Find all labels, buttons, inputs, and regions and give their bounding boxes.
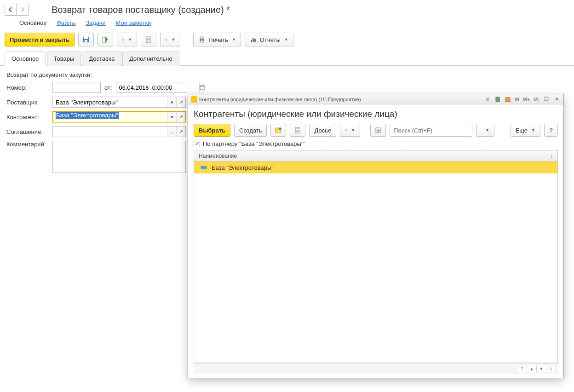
counterparty-dropdown-button[interactable]: ▾ <box>167 112 176 122</box>
close-button[interactable]: ✕ <box>552 96 561 103</box>
dossier-button[interactable]: Досье <box>309 124 336 137</box>
nav-link-main[interactable]: Основное <box>19 19 47 26</box>
list-view-button[interactable] <box>290 124 305 137</box>
help-button[interactable]: ? <box>544 124 558 137</box>
maximize-button[interactable]: ❐ <box>542 96 551 103</box>
scroll-up-button[interactable]: ▲ <box>527 365 537 373</box>
supplier-input[interactable] <box>53 97 167 107</box>
from-label: от: <box>104 84 112 91</box>
agreement-label: Соглашение: <box>6 128 52 135</box>
print-icon[interactable] <box>483 96 492 103</box>
calc-icon[interactable] <box>494 96 502 103</box>
svg-point-26 <box>279 127 281 130</box>
svg-rect-16 <box>253 38 254 42</box>
create-button[interactable]: Создать <box>234 124 267 137</box>
print-button[interactable]: Печать ▼ <box>193 33 241 46</box>
agreement-input[interactable] <box>53 127 167 137</box>
create-label: Создать <box>239 127 262 134</box>
dossier-label: Досье <box>314 127 331 134</box>
reports-button[interactable]: Отчеты ▼ <box>245 33 293 46</box>
svg-rect-2 <box>85 40 87 42</box>
svg-rect-13 <box>201 37 203 39</box>
nav-back-button[interactable] <box>5 4 17 16</box>
mem-mplus-button[interactable]: M+ <box>522 97 531 102</box>
svg-rect-22 <box>496 97 499 102</box>
load-button[interactable] <box>370 124 386 137</box>
svg-rect-15 <box>251 40 252 42</box>
tab-delivery[interactable]: Доставка <box>82 52 121 66</box>
svg-rect-1 <box>84 37 88 39</box>
svg-rect-23 <box>505 98 510 102</box>
create-based-on-button[interactable]: ▼ <box>117 33 137 46</box>
supplier-dropdown-button[interactable]: ▾ <box>167 97 176 107</box>
calendar-icon[interactable] <box>199 82 205 92</box>
document-structure-button[interactable] <box>141 33 156 46</box>
number-label: Номер: <box>6 84 52 91</box>
create-group-button[interactable] <box>270 124 286 137</box>
app-icon <box>191 96 197 103</box>
nav-forward-button[interactable] <box>17 4 29 16</box>
list-item[interactable]: База "Электротовары" <box>194 161 557 173</box>
post-button[interactable] <box>98 33 113 46</box>
nav-link-tasks[interactable]: Задачи <box>86 19 106 26</box>
tab-extra[interactable]: Дополнительно <box>122 52 179 66</box>
agreement-select-button[interactable]: … <box>167 127 176 137</box>
supplier-label: Поставщик: <box>6 99 52 106</box>
save-button[interactable] <box>78 33 94 46</box>
svg-rect-14 <box>201 40 203 42</box>
chevron-down-icon: ▼ <box>284 37 288 42</box>
mem-m-button[interactable]: M <box>514 97 520 102</box>
scroll-top-button[interactable]: ⤒ <box>517 365 527 373</box>
based-on-dropdown-button[interactable]: ▼ <box>340 124 360 137</box>
nav-link-notes[interactable]: Мои заметки <box>115 19 151 26</box>
more-label: Еще <box>516 127 528 134</box>
svg-rect-21 <box>486 97 489 98</box>
partner-filter-label: По партнеру "База "Электротовары"" <box>203 140 305 147</box>
chevron-down-icon: ▼ <box>351 128 355 133</box>
svg-point-34 <box>481 130 482 131</box>
more-button[interactable]: Еще ▼ <box>511 124 540 137</box>
counterparty-select-dialog: Контрагенты (юридические или физические … <box>188 94 564 378</box>
scroll-bottom-button[interactable]: ⤓ <box>546 365 556 373</box>
agreement-open-button[interactable]: ↗ <box>176 127 185 137</box>
chevron-down-icon: ▼ <box>485 128 489 133</box>
chevron-down-icon: ▼ <box>128 37 132 42</box>
supplier-open-button[interactable]: ↗ <box>176 97 185 107</box>
calendar-mini-icon[interactable] <box>504 96 512 103</box>
scroll-down-button[interactable]: ▼ <box>536 365 546 373</box>
chevron-down-icon: ▼ <box>171 37 175 42</box>
search-dropdown-button[interactable]: ▼ <box>476 124 494 137</box>
item-label: База "Электротовары" <box>212 164 274 171</box>
tab-goods[interactable]: Товары <box>47 52 81 66</box>
purchase-doc-label: Возврат по документу закупки: <box>6 71 92 78</box>
post-and-close-label: Провести и закрыть <box>10 36 69 43</box>
print-label: Печать <box>208 36 228 43</box>
mem-mminus-button[interactable]: M- <box>533 97 540 102</box>
sort-indicator-icon[interactable]: ↓ <box>550 153 553 159</box>
comment-label: Комментарий: <box>6 141 52 148</box>
reports-label: Отчеты <box>260 36 281 43</box>
search-input[interactable] <box>390 124 475 136</box>
post-and-close-button[interactable]: Провести и закрыть <box>5 33 75 46</box>
item-icon <box>201 166 207 169</box>
svg-rect-32 <box>346 130 347 131</box>
partner-filter-checkbox[interactable]: ✓ <box>194 141 200 147</box>
select-label: Выбрать <box>199 127 225 134</box>
search-field[interactable]: × <box>390 124 472 137</box>
counterparty-label: Контрагент: <box>6 114 52 121</box>
select-button[interactable]: Выбрать <box>194 124 230 137</box>
counterparty-open-button[interactable]: ↗ <box>176 112 185 122</box>
dt-dk-button[interactable]: ▼ <box>160 33 180 46</box>
number-input[interactable] <box>52 82 101 93</box>
date-input[interactable] <box>116 82 199 92</box>
svg-rect-5 <box>123 39 124 40</box>
svg-rect-19 <box>200 86 205 86</box>
chevron-down-icon: ▼ <box>531 128 535 133</box>
nav-link-files[interactable]: Файлы <box>57 19 75 26</box>
svg-rect-20 <box>486 98 489 101</box>
svg-rect-25 <box>276 128 278 129</box>
tab-main[interactable]: Основное <box>5 52 46 66</box>
comment-input[interactable] <box>52 141 186 173</box>
page-title: Возврат товаров поставщику (создание) * <box>52 5 230 15</box>
column-name-header[interactable]: Наименование <box>199 153 237 159</box>
